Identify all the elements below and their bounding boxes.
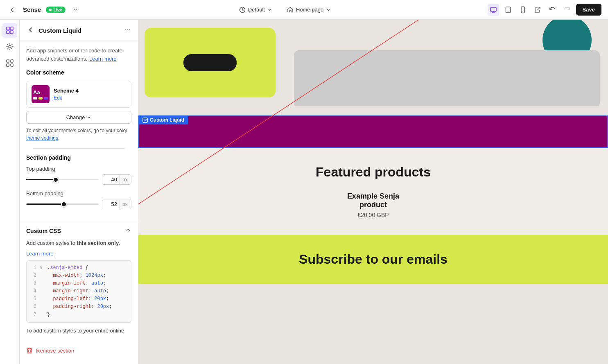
- bottom-padding-slider[interactable]: [26, 203, 99, 205]
- homepage-selector[interactable]: Home page: [284, 5, 334, 15]
- remove-section-row[interactable]: Remove section: [20, 343, 138, 360]
- scheme-card: Aa Scheme 4 Edit: [26, 81, 131, 108]
- svg-point-15: [125, 29, 126, 30]
- bottom-padding-row: px: [26, 199, 131, 209]
- svg-rect-18: [143, 118, 147, 122]
- color-scheme-section: Color scheme Aa Scheme 4 Edit: [26, 69, 131, 142]
- svg-rect-12: [11, 60, 13, 62]
- svg-rect-9: [10, 31, 13, 34]
- mobile-view-button[interactable]: [517, 4, 529, 16]
- code-editor[interactable]: 1 ∨ .senja-embed { 2 max-width: 1024px; …: [26, 260, 131, 323]
- subscribe-section: Subscribe to our emails: [138, 235, 608, 284]
- theme-settings-text: To edit all your theme's colors, go to y…: [26, 127, 131, 142]
- svg-rect-11: [7, 60, 9, 62]
- top-padding-input[interactable]: [102, 175, 120, 184]
- panel-title: Custom Liquid: [38, 27, 81, 34]
- svg-rect-1: [490, 7, 496, 11]
- top-padding-slider[interactable]: [26, 179, 99, 180]
- topbar-more-button[interactable]: ⋯: [70, 5, 82, 14]
- panel-more-button[interactable]: [124, 26, 131, 35]
- bottom-padding-item: Bottom padding px: [26, 190, 131, 209]
- app-name: Sense: [23, 6, 41, 13]
- color-scheme-label: Color scheme: [26, 69, 131, 76]
- trash-icon: [26, 347, 33, 354]
- live-badge: Live: [46, 7, 66, 13]
- section-padding-block: Section padding Top padding px Bottom pa…: [26, 154, 131, 209]
- apps-icon-button[interactable]: [2, 56, 17, 70]
- svg-point-3: [508, 11, 509, 12]
- custom-liquid-label-bar: Custom Liquid: [138, 115, 188, 124]
- section-padding-label: Section padding: [26, 154, 131, 161]
- code-line-5: 5 padding-left: 20px;: [30, 295, 128, 303]
- desktop-view-button[interactable]: [488, 4, 499, 16]
- scheme-info: Scheme 4 Edit: [54, 88, 126, 101]
- canvas-top-section: [138, 20, 608, 106]
- product-card: Example Senjaproduct £20.00 GBP: [347, 192, 399, 218]
- top-padding-item: Top padding px: [26, 166, 131, 185]
- svg-rect-13: [7, 64, 9, 66]
- change-scheme-button[interactable]: Change: [26, 111, 131, 124]
- live-dot: [49, 9, 52, 11]
- code-editor-wrap: 1 ∨ .senja-embed { 2 max-width: 1024px; …: [26, 260, 131, 323]
- tablet-view-button[interactable]: [502, 4, 514, 16]
- scheme-swatch-text: Aa: [33, 89, 48, 95]
- redo-button[interactable]: [561, 4, 573, 16]
- learn-more-link[interactable]: Learn more: [89, 56, 116, 62]
- svg-point-17: [129, 29, 130, 30]
- divider-1: [33, 148, 125, 149]
- custom-css-collapse-button[interactable]: [125, 227, 131, 235]
- code-line-6: 6 padding-right: 20px;: [30, 303, 128, 311]
- liquid-icon: [142, 118, 148, 123]
- share-button[interactable]: [532, 4, 543, 16]
- settings-icon-button[interactable]: [2, 39, 17, 54]
- dot-2: [38, 97, 43, 99]
- custom-liquid-box: [138, 115, 608, 148]
- remove-section-label: Remove section: [36, 348, 74, 354]
- code-line-7: 7 }: [30, 311, 128, 319]
- scheme-swatch: Aa: [32, 85, 50, 103]
- save-button[interactable]: Save: [576, 4, 601, 16]
- dark-pill: [183, 54, 237, 71]
- description-section: Add app snippets or other code to create…: [26, 47, 131, 63]
- code-line-1: 1 ∨ .senja-embed {: [30, 264, 128, 272]
- top-padding-row: px: [26, 174, 131, 185]
- canvas-area: Custom Liquid Featured products Example …: [138, 20, 608, 364]
- bottom-padding-input[interactable]: [102, 199, 120, 209]
- topbar-center: Default Home page: [236, 5, 334, 15]
- topbar: Sense Live ⋯ Default Home page: [0, 0, 608, 20]
- css-learn-more-link[interactable]: Learn more: [26, 251, 53, 257]
- svg-rect-7: [10, 27, 13, 30]
- svg-rect-14: [11, 64, 13, 66]
- scheme-name: Scheme 4: [54, 88, 126, 94]
- subscribe-title: Subscribe to our emails: [299, 252, 448, 267]
- product-price: £20.00 GBP: [347, 212, 399, 218]
- custom-css-body: Add custom styles to this section only. …: [20, 239, 138, 343]
- svg-rect-6: [7, 27, 9, 30]
- product-name: Example Senjaproduct: [347, 192, 399, 209]
- scheme-dots: [33, 97, 48, 99]
- canvas-top-left: [138, 20, 294, 106]
- topbar-left: Sense Live ⋯: [7, 4, 82, 16]
- code-line-2: 2 max-width: 1024px;: [30, 272, 128, 280]
- custom-liquid-label-text: Custom Liquid: [150, 117, 184, 123]
- svg-point-10: [9, 45, 11, 48]
- svg-point-16: [127, 29, 128, 30]
- panel-back-button[interactable]: [26, 25, 35, 36]
- top-padding-input-wrap: px: [102, 174, 131, 185]
- sections-icon-button[interactable]: [2, 23, 17, 38]
- panel-header: Custom Liquid: [20, 20, 138, 41]
- back-nav-button[interactable]: [7, 4, 18, 16]
- svg-point-5: [522, 11, 523, 12]
- scheme-edit-link[interactable]: Edit: [54, 95, 62, 101]
- default-selector[interactable]: Default: [236, 5, 276, 15]
- top-padding-label: Top padding: [26, 166, 131, 172]
- featured-products-title: Featured products: [316, 165, 431, 180]
- bottom-padding-unit: px: [120, 200, 130, 209]
- gray-card: [294, 50, 600, 106]
- undo-button[interactable]: [547, 4, 558, 16]
- css-online-desc: To add custom styles to your entire onli…: [26, 327, 131, 335]
- code-line-4: 4 margin-right: auto;: [30, 287, 128, 295]
- css-description: Add custom styles to this section only.: [26, 239, 131, 247]
- theme-settings-link[interactable]: theme settings: [26, 135, 58, 141]
- bottom-padding-label: Bottom padding: [26, 190, 131, 197]
